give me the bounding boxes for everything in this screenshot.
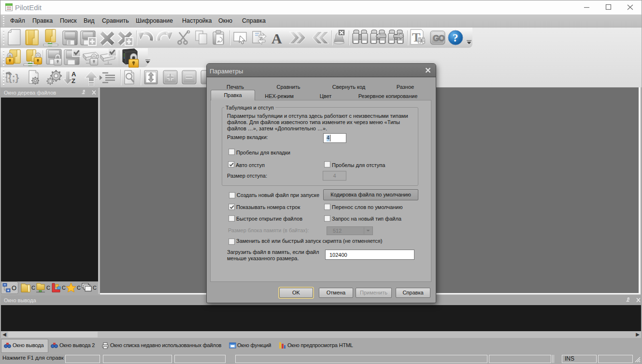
svg-text:C: C [62, 285, 66, 291]
svg-text:C: C [93, 285, 97, 291]
svg-text:A: A [271, 30, 282, 46]
svg-text:C: C [77, 285, 81, 291]
svg-text:C: C [31, 285, 35, 291]
svg-text:?: ? [453, 32, 458, 44]
svg-text:C: C [46, 285, 50, 291]
svg-text:GO: GO [433, 34, 445, 43]
svg-text:O: O [12, 284, 16, 292]
svg-text:Z: Z [71, 77, 75, 84]
svg-text:A: A [71, 70, 76, 78]
